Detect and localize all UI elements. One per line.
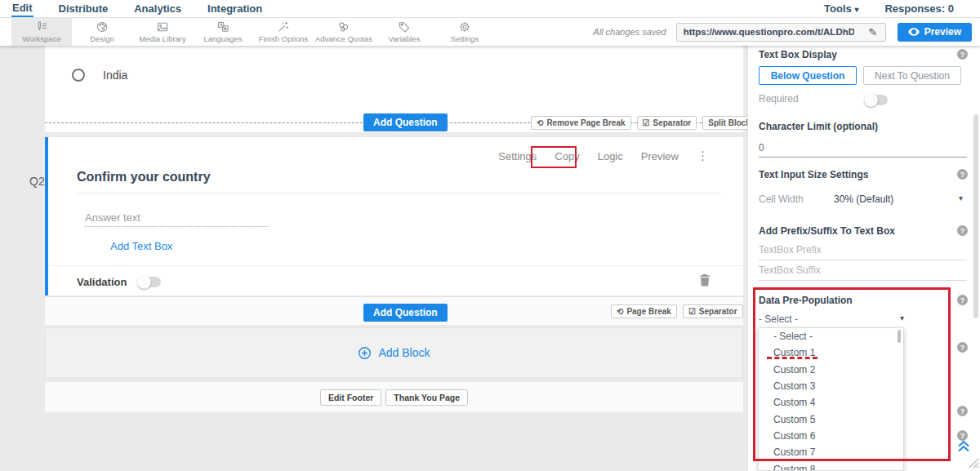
nav-tab-distribute[interactable]: Distribute <box>58 1 109 16</box>
kebab-menu-icon[interactable]: ⋮ <box>697 149 709 163</box>
sidebar-scrollbar[interactable] <box>973 114 978 318</box>
radio-option-india[interactable] <box>72 69 85 82</box>
dropdown-scrollbar[interactable] <box>898 330 901 343</box>
question-logic-action[interactable]: Logic <box>598 150 623 162</box>
save-status-text: All changes saved <box>593 27 666 37</box>
toolbar-tab-variables[interactable]: Variables <box>374 18 434 46</box>
toolbar-tab-advance-quotas[interactable]: Advance Quotas <box>314 18 374 46</box>
cell-width-caret-icon[interactable]: ▾ <box>959 193 963 202</box>
question-copy-action[interactable]: Copy <box>555 150 579 162</box>
remove-page-break-label: Remove Page Break <box>546 118 625 127</box>
panel-resize-handle[interactable] <box>967 456 980 469</box>
next-to-question-option[interactable]: Next To Question <box>863 66 961 85</box>
separator-icon: ☑ <box>688 307 696 316</box>
dropdown-option-select[interactable]: - Select - <box>759 328 903 344</box>
question-number-q2: Q2 <box>29 175 45 188</box>
help-icon[interactable]: ? <box>957 225 968 236</box>
dropdown-option-custom-7[interactable]: Custom 7 <box>759 444 903 460</box>
tag-icon <box>398 20 411 33</box>
help-icon[interactable]: ? <box>957 342 968 353</box>
dropdown-option-custom-5[interactable]: Custom 5 <box>759 411 903 427</box>
remove-page-break-button[interactable]: ⟲Remove Page Break <box>531 116 631 130</box>
page-break-label: Page Break <box>626 307 670 316</box>
validation-toggle[interactable] <box>138 277 161 287</box>
thank-you-page-button[interactable]: Thank You Page <box>385 389 468 406</box>
separator-button-1[interactable]: ☑Separator <box>637 116 697 130</box>
edit-url-pencil-icon[interactable]: ✎ <box>861 26 885 38</box>
dropdown-option-custom-3[interactable]: Custom 3 <box>759 378 903 394</box>
add-text-box-link[interactable]: Add Text Box <box>110 240 172 252</box>
edit-footer-button[interactable]: Edit Footer <box>320 389 381 406</box>
toolbar-tab-label: Design <box>90 34 114 43</box>
toolbar-tab-label: Settings <box>451 34 479 43</box>
selected-value: - Select - <box>759 313 798 325</box>
help-icon[interactable]: ? <box>957 406 968 416</box>
character-limit-input[interactable] <box>759 142 967 158</box>
cell-width-value[interactable]: 30% (Default) <box>834 193 893 205</box>
tools-label: Tools <box>824 2 852 15</box>
footer-strip: Edit Footer Thank You Page <box>45 382 743 412</box>
collapse-panel-double-chevron-up-icon[interactable] <box>956 438 971 453</box>
add-block-area: Add Block <box>45 327 743 378</box>
question-preview-action[interactable]: Preview <box>641 150 679 162</box>
dropdown-option-custom-2[interactable]: Custom 2 <box>759 362 903 378</box>
add-question-button-2[interactable]: Add Question <box>363 304 448 322</box>
data-pre-population-title: Data Pre-Population <box>759 295 853 306</box>
text-input-size-title: Text Input Size Settings <box>759 169 868 180</box>
preview-button[interactable]: Preview <box>898 23 972 42</box>
translate-icon <box>216 20 229 33</box>
delete-question-trash-icon[interactable] <box>697 273 712 287</box>
toolbar-tab-media-library[interactable]: Media Library <box>132 18 193 46</box>
add-block-label: Add Block <box>378 346 430 359</box>
nav-tab-integration[interactable]: Integration <box>207 1 263 16</box>
textbox-prefix-input[interactable] <box>759 244 967 260</box>
cell-width-label: Cell Width <box>759 193 804 205</box>
chain-links-icon <box>337 20 350 33</box>
survey-url-input[interactable] <box>677 27 861 37</box>
nav-tab-analytics[interactable]: Analytics <box>133 1 182 16</box>
required-toggle[interactable] <box>865 95 888 105</box>
nav-tab-edit[interactable]: Edit <box>11 0 33 17</box>
help-icon[interactable]: ? <box>957 295 968 305</box>
question-title[interactable]: Confirm your country <box>77 170 720 193</box>
character-limit-title: Character Limit (optional) <box>759 121 878 132</box>
toolbar-tab-label: Media Library <box>139 34 186 43</box>
answer-text-input[interactable] <box>85 209 269 227</box>
tools-menu[interactable]: Tools ▾ <box>824 2 858 15</box>
help-icon[interactable]: ? <box>957 169 968 180</box>
palette-icon <box>96 20 109 33</box>
caret-down-icon: ▾ <box>854 5 858 14</box>
toolbar-tab-settings[interactable]: Settings <box>434 18 495 46</box>
preview-label: Preview <box>924 26 961 38</box>
add-question-button-1[interactable]: Add Question <box>363 113 448 131</box>
add-question-strip: Add Question ⟲Page Break ☑Separator <box>45 296 743 325</box>
text-box-display-title: Text Box Display <box>759 49 837 60</box>
dropdown-option-custom-1[interactable]: Custom 1 <box>759 344 903 361</box>
gear-icon <box>458 20 471 33</box>
page-break-button[interactable]: ⟲Page Break <box>611 304 677 318</box>
split-block-label: Split Block <box>708 118 751 127</box>
toolbar-tab-workspace[interactable]: Workspace <box>11 18 72 46</box>
required-label: Required <box>759 93 799 104</box>
separator-button-2[interactable]: ☑Separator <box>683 304 743 318</box>
survey-url-box: ✎ <box>676 23 886 42</box>
separator-label: Separator <box>699 307 737 316</box>
textbox-suffix-input[interactable] <box>759 264 967 281</box>
question-card-q2: Settings Copy Logic Preview ⋮ Confirm yo… <box>45 137 743 295</box>
dropdown-option-custom-8[interactable]: Custom 8 <box>759 460 903 471</box>
dropdown-option-custom-6[interactable]: Custom 6 <box>759 428 903 444</box>
toolbar-tab-design[interactable]: Design <box>72 18 132 46</box>
add-block-button[interactable]: Add Block <box>358 346 430 360</box>
data-pre-population-dropdown: - Select - Custom 1 Custom 2 Custom 3 Cu… <box>758 327 904 471</box>
toolbar-tab-languages[interactable]: Languages <box>193 18 253 46</box>
below-question-option[interactable]: Below Question <box>759 66 857 85</box>
separator-label: Separator <box>653 118 692 127</box>
question-settings-action[interactable]: Settings <box>498 150 537 162</box>
responses-count[interactable]: Responses: 0 <box>884 2 954 15</box>
eye-icon <box>908 28 920 36</box>
dropdown-option-custom-4[interactable]: Custom 4 <box>759 394 903 411</box>
help-icon[interactable]: ? <box>957 49 968 60</box>
toolbar-tab-finish-options[interactable]: Finish Options <box>253 18 314 46</box>
image-icon <box>156 20 169 33</box>
toolbar-tab-label: Languages <box>203 34 242 43</box>
